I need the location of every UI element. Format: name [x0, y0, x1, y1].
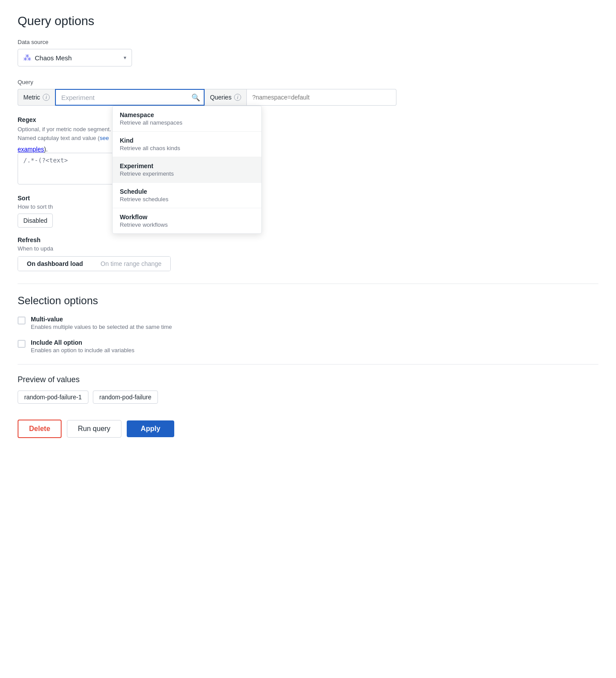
- apply-button[interactable]: Apply: [127, 420, 174, 437]
- selection-options-title: Selection options: [18, 295, 598, 307]
- experiment-sub: Retrieve experiments: [120, 170, 254, 177]
- multi-value-label: Multi-value: [31, 316, 172, 323]
- run-query-button[interactable]: Run query: [67, 420, 121, 438]
- experiment-dropdown: Namespace Retrieve all namespaces Kind R…: [112, 106, 262, 234]
- refresh-title: Refresh: [18, 236, 598, 243]
- preview-tag-1: random-pod-failure-1: [18, 391, 88, 404]
- regex-desc-4: lay text and value (: [51, 135, 99, 141]
- schedule-title: Schedule: [120, 188, 254, 195]
- refresh-description: When to upda: [18, 245, 598, 252]
- regex-see-link[interactable]: see: [99, 135, 109, 141]
- include-all-content: Include All option Enables an option to …: [31, 339, 135, 354]
- chevron-down-icon: ▾: [124, 55, 126, 61]
- namespace-sub: Retrieve all namespaces: [120, 119, 254, 126]
- delete-button[interactable]: Delete: [18, 420, 62, 438]
- namespace-title: Namespace: [120, 111, 254, 118]
- schedule-sub: Retrieve schedules: [120, 196, 254, 203]
- regex-section: Regex Optional, if yor metric node segme…: [18, 116, 598, 186]
- experiment-input-wrapper: 🔍 Namespace Retrieve all namespaces Kind…: [55, 89, 205, 106]
- section-divider: [18, 284, 598, 284]
- regex-description: Optional, if yor metric node segment. Na…: [18, 125, 598, 142]
- query-row: Metric i 🔍 Namespace Retrieve all namesp…: [18, 89, 598, 106]
- queries-input[interactable]: [247, 89, 396, 106]
- metric-label-cell: Metric i: [18, 89, 55, 106]
- section-divider-2: [18, 364, 598, 365]
- query-label: Query: [18, 79, 598, 85]
- dropdown-item-namespace[interactable]: Namespace Retrieve all namespaces: [113, 106, 261, 132]
- regex-desc-1: Optional, if yo: [18, 126, 53, 133]
- queries-text: Queries: [210, 94, 231, 101]
- kind-title: Kind: [120, 137, 254, 144]
- workflow-sub: Retrieve workflows: [120, 221, 254, 228]
- multi-value-content: Multi-value Enables multiple values to b…: [31, 316, 172, 330]
- preview-section: Preview of values random-pod-failure-1 r…: [18, 375, 598, 404]
- dropdown-item-workflow[interactable]: Workflow Retrieve workflows: [113, 208, 261, 233]
- sort-title: Sort: [18, 195, 598, 202]
- sort-section: Sort How to sort th Disabled: [18, 195, 598, 228]
- regex-desc-3: Named captu: [18, 135, 51, 141]
- bottom-buttons: Delete Run query Apply: [18, 420, 598, 438]
- regex-examples-link-row: examples).: [18, 146, 598, 153]
- experiment-title: Experiment: [120, 162, 254, 170]
- queries-info-icon[interactable]: i: [234, 94, 241, 101]
- multi-value-row: Multi-value Enables multiple values to b…: [18, 316, 598, 330]
- metric-text: Metric: [23, 94, 40, 101]
- refresh-toggle-group: On dashboard load On time range change: [18, 256, 171, 271]
- experiment-input[interactable]: [55, 89, 205, 106]
- sort-dropdown[interactable]: Disabled: [18, 214, 53, 228]
- preview-tag-2: random-pod-failure: [93, 391, 158, 404]
- regex-desc-2: r metric node segment.: [53, 126, 111, 133]
- refresh-on-time-range-change[interactable]: On time range change: [92, 257, 171, 271]
- dropdown-item-kind[interactable]: Kind Retrieve all chaos kinds: [113, 132, 261, 157]
- multi-value-description: Enables multiple values to be selected a…: [31, 324, 172, 330]
- regex-close-paren: ).: [44, 146, 48, 153]
- include-all-checkbox[interactable]: [18, 340, 26, 348]
- datasource-name: Chaos Mesh: [35, 54, 120, 62]
- kind-sub: Retrieve all chaos kinds: [120, 145, 254, 151]
- multi-value-checkbox[interactable]: [18, 317, 26, 324]
- regex-title: Regex: [18, 116, 598, 123]
- datasource-section: Data source ⁂ Chaos Mesh ▾: [18, 39, 598, 66]
- include-all-label: Include All option: [31, 339, 135, 346]
- refresh-section: Refresh When to upda On dashboard load O…: [18, 236, 598, 271]
- datasource-dropdown[interactable]: ⁂ Chaos Mesh ▾: [18, 49, 132, 66]
- datasource-label: Data source: [18, 39, 598, 45]
- sort-value: Disabled: [23, 217, 47, 224]
- include-all-row: Include All option Enables an option to …: [18, 339, 598, 354]
- queries-label-cell: Queries i: [205, 89, 247, 106]
- metric-info-icon[interactable]: i: [43, 94, 50, 101]
- preview-title: Preview of values: [18, 375, 598, 384]
- dropdown-item-schedule[interactable]: Schedule Retrieve schedules: [113, 183, 261, 208]
- sort-description: How to sort th: [18, 203, 598, 210]
- include-all-description: Enables an option to include all variabl…: [31, 347, 135, 354]
- page-title: Query options: [18, 14, 598, 28]
- chaos-mesh-icon: ⁂: [23, 53, 31, 63]
- dropdown-item-experiment[interactable]: Experiment Retrieve experiments: [113, 157, 261, 183]
- query-section: Query Metric i 🔍 Namespace Retrieve all …: [18, 79, 598, 271]
- search-icon: 🔍: [191, 93, 200, 102]
- refresh-on-dashboard-load[interactable]: On dashboard load: [18, 257, 92, 271]
- selection-options-section: Selection options Multi-value Enables mu…: [18, 295, 598, 354]
- preview-tags-container: random-pod-failure-1 random-pod-failure: [18, 391, 598, 404]
- workflow-title: Workflow: [120, 214, 254, 221]
- regex-examples-link[interactable]: examples: [18, 146, 44, 153]
